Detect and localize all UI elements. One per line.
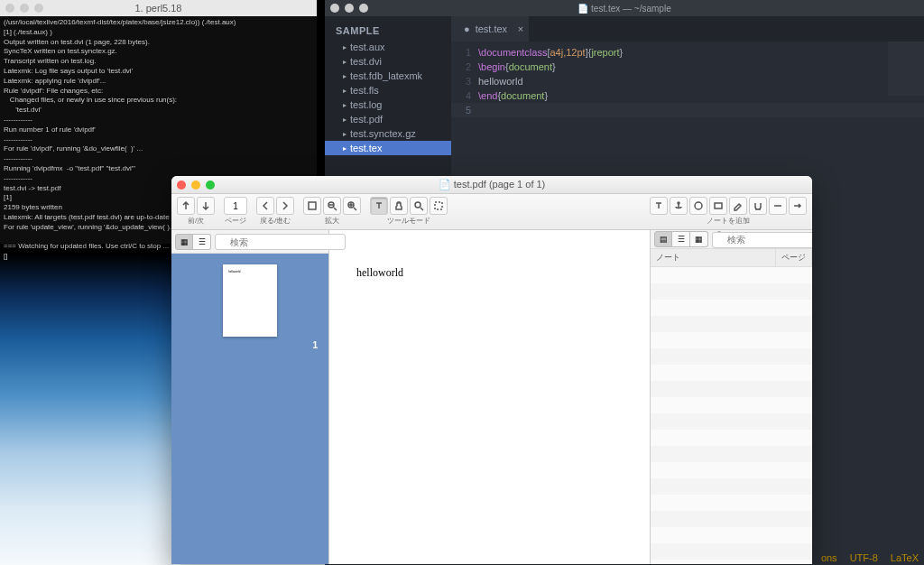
file-icon: ▸ <box>343 72 346 80</box>
file-icon: ● <box>464 23 470 34</box>
text-note-button[interactable] <box>650 197 668 215</box>
pdf-viewer-window: 📄 test.pdf (page 1 of 1) 前/次 ページ 戻る/進む <box>171 176 812 564</box>
pdf-toolbar: 前/次 ページ 戻る/進む 拡大 <box>171 194 812 230</box>
minimap[interactable] <box>888 42 924 96</box>
file-label: test.aux <box>350 42 385 52</box>
tab-test-tex[interactable]: ● test.tex × <box>451 16 529 42</box>
pdf-title: 📄 test.pdf (page 1 of 1) <box>171 179 812 190</box>
highlight-note-button[interactable] <box>729 197 747 215</box>
file-icon: ▸ <box>343 130 346 138</box>
zoom-out-button[interactable] <box>323 197 341 215</box>
notes-panel: ▤ ☰ ▦ ノート ページ <box>650 230 812 564</box>
line-note-button[interactable] <box>789 197 807 215</box>
thumbnail-page-1[interactable]: helloworld <box>223 264 277 337</box>
notes-view-3-button[interactable]: ▦ <box>690 231 708 247</box>
file-item-test-pdf[interactable]: ▸test.pdf <box>325 112 451 126</box>
status-grammar[interactable]: LaTeX <box>891 552 919 563</box>
notes-view-1-button[interactable]: ▤ <box>654 231 672 247</box>
gutter: 12345 <box>451 45 478 117</box>
notes-header: ノート ページ <box>651 249 812 267</box>
status-bar: ons UTF-8 LaTeX <box>821 552 919 563</box>
zoom-in-button[interactable] <box>343 197 361 215</box>
project-name[interactable]: SAMPLE <box>325 22 451 40</box>
thumbnail-mode-button[interactable]: ▦ <box>175 234 193 250</box>
notes-col-note[interactable]: ノート <box>651 249 776 266</box>
file-item-test-fdb_latexmk[interactable]: ▸test.fdb_latexmk <box>325 69 451 83</box>
pdf-titlebar[interactable]: 📄 test.pdf (page 1 of 1) <box>171 176 812 194</box>
file-label: test.tex <box>350 143 382 153</box>
circle-note-button[interactable] <box>689 197 707 215</box>
rendered-text: helloworld <box>356 266 623 280</box>
page-number-input[interactable] <box>224 197 247 215</box>
thumbnail-list[interactable]: helloworld 1 <box>171 254 328 564</box>
tab-label: test.tex <box>476 23 507 34</box>
svg-rect-7 <box>715 203 722 208</box>
next-page-button[interactable] <box>197 197 215 215</box>
svg-rect-4 <box>435 202 442 209</box>
notes-col-page[interactable]: ページ <box>776 249 812 266</box>
file-icon: ▸ <box>343 144 346 153</box>
editor-titlebar[interactable]: 📄 test.tex — ~/sample <box>325 0 924 16</box>
file-icon: ▸ <box>343 101 346 109</box>
file-label: test.log <box>350 99 382 110</box>
prev-page-button[interactable] <box>177 197 195 215</box>
notes-list[interactable] <box>651 267 812 565</box>
zoom-fit-button[interactable] <box>303 197 321 215</box>
outline-mode-button[interactable]: ☰ <box>193 234 211 250</box>
terminal-title: 1. perl5.18 <box>0 2 317 15</box>
file-item-test-synctex-gz[interactable]: ▸test.synctex.gz <box>325 126 451 141</box>
file-icon: ▸ <box>343 116 346 124</box>
status-item[interactable]: ons <box>821 552 837 563</box>
svg-rect-0 <box>309 202 316 209</box>
file-label: test.synctex.gz <box>350 128 416 139</box>
svg-point-3 <box>415 202 420 208</box>
strike-note-button[interactable] <box>769 197 787 215</box>
file-label: test.pdf <box>350 114 383 125</box>
thumbnail-search-input[interactable] <box>215 234 346 250</box>
file-icon: ▸ <box>343 43 346 51</box>
close-tab-icon[interactable]: × <box>518 23 523 34</box>
notes-view-2-button[interactable]: ☰ <box>672 231 690 247</box>
text-tool-button[interactable] <box>370 197 388 215</box>
status-encoding[interactable]: UTF-8 <box>850 552 878 563</box>
file-label: test.fls <box>350 85 379 96</box>
select-tool-button[interactable] <box>430 197 448 215</box>
scroll-tool-button[interactable] <box>390 197 408 215</box>
tab-bar: ● test.tex × <box>451 16 924 42</box>
pdf-canvas[interactable]: helloworld <box>329 230 650 564</box>
notes-search-input[interactable] <box>712 232 812 248</box>
file-item-test-dvi[interactable]: ▸test.dvi <box>325 54 451 69</box>
file-item-test-fls[interactable]: ▸test.fls <box>325 83 451 97</box>
back-button[interactable] <box>256 197 274 215</box>
file-item-test-aux[interactable]: ▸test.aux <box>325 40 451 54</box>
underline-note-button[interactable] <box>749 197 767 215</box>
svg-point-6 <box>695 202 702 209</box>
code-editor[interactable]: 12345 \documentclass[a4j,12pt]{jreport} … <box>451 42 924 117</box>
svg-point-5 <box>678 202 679 204</box>
file-icon: ▸ <box>343 87 346 95</box>
terminal-titlebar[interactable]: 1. perl5.18 <box>0 0 317 16</box>
forward-button[interactable] <box>276 197 294 215</box>
file-label: test.dvi <box>350 56 382 67</box>
anchor-note-button[interactable] <box>670 197 688 215</box>
file-item-test-tex[interactable]: ▸test.tex <box>325 141 451 155</box>
file-icon: ▸ <box>343 58 346 66</box>
file-item-test-log[interactable]: ▸test.log <box>325 97 451 112</box>
editor-title: 📄 test.tex — ~/sample <box>325 4 924 14</box>
thumbnail-number: 1 <box>312 340 318 350</box>
file-label: test.fdb_latexmk <box>350 70 422 81</box>
thumbnail-panel: ▦ ☰ helloworld 1 <box>171 230 329 564</box>
rect-note-button[interactable] <box>709 197 727 215</box>
magnify-tool-button[interactable] <box>410 197 428 215</box>
